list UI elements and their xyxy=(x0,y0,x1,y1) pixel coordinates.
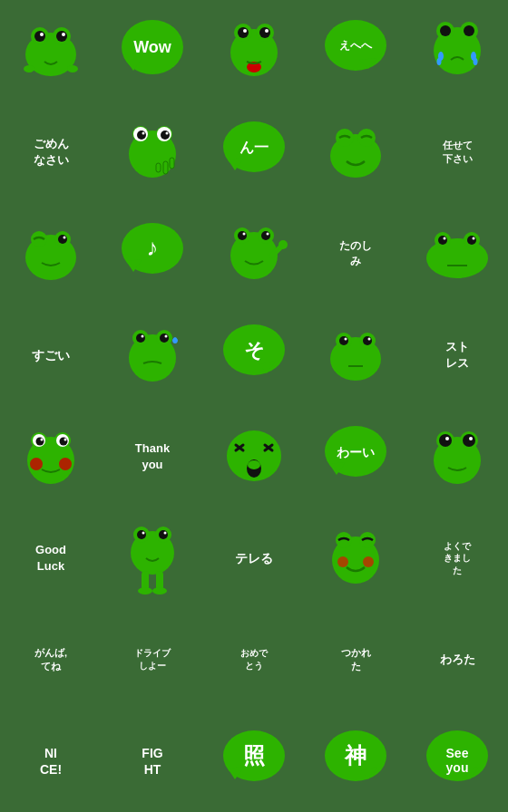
svg-point-67 xyxy=(426,238,488,278)
sticker-fight: FIGHT xyxy=(102,710,203,812)
svg-point-4 xyxy=(56,31,67,42)
svg-point-38 xyxy=(161,130,170,140)
sticker-warota: わろた xyxy=(406,609,508,710)
svg-point-116 xyxy=(469,437,473,440)
svg-point-64 xyxy=(267,233,269,236)
sticker-wow: Wow xyxy=(102,0,203,102)
svg-text:See: See xyxy=(446,746,469,760)
sticker-frog-tongue xyxy=(203,0,305,102)
sticker-yoku: よくできました xyxy=(406,508,508,609)
svg-point-102 xyxy=(30,458,43,470)
svg-point-99 xyxy=(60,438,68,446)
svg-point-91 xyxy=(368,338,371,341)
svg-point-123 xyxy=(164,532,167,535)
sticker-good-luck: GoodLuck xyxy=(0,508,102,609)
svg-point-121 xyxy=(159,530,168,539)
svg-point-132 xyxy=(363,556,374,567)
svg-point-31 xyxy=(474,58,478,65)
sticker-so: そ xyxy=(203,304,305,406)
svg-point-5 xyxy=(40,33,44,36)
svg-point-115 xyxy=(445,437,449,440)
svg-point-78 xyxy=(136,334,145,343)
sticker-gomen: ごめんなさい xyxy=(0,102,102,203)
svg-point-53 xyxy=(58,235,67,244)
svg-point-88 xyxy=(339,336,348,345)
sticker-frog-neutral xyxy=(305,304,406,406)
svg-point-61 xyxy=(238,231,247,240)
svg-point-101 xyxy=(64,439,67,441)
svg-point-72 xyxy=(444,237,446,239)
sticker-frog-red xyxy=(0,406,102,508)
svg-point-129 xyxy=(336,532,352,548)
svg-rect-42 xyxy=(170,158,174,169)
sticker-see-you: See you xyxy=(406,710,508,812)
sticker-tanoshimi: たのしみ xyxy=(305,203,406,304)
sticker-tsukareta: つかれた xyxy=(305,609,406,710)
svg-rect-41 xyxy=(163,161,168,174)
svg-point-63 xyxy=(243,233,246,236)
svg-point-100 xyxy=(41,439,44,441)
sticker-frog-smile xyxy=(305,102,406,203)
svg-point-113 xyxy=(439,434,452,447)
sticker-hare: 照 xyxy=(203,710,305,812)
sticker-frog-wave xyxy=(203,203,305,304)
sticker-stress: ストレス xyxy=(406,304,508,406)
svg-text:えへへ: えへへ xyxy=(339,39,373,52)
svg-point-90 xyxy=(345,338,347,341)
svg-point-106 xyxy=(248,460,260,469)
svg-point-66 xyxy=(278,240,288,249)
svg-point-103 xyxy=(59,458,72,470)
svg-point-127 xyxy=(152,587,167,594)
svg-point-40 xyxy=(166,132,169,135)
svg-point-48 xyxy=(336,129,354,147)
sticker-frog-1 xyxy=(0,0,102,102)
svg-point-8 xyxy=(67,65,78,72)
sticker-frog-blush xyxy=(102,508,203,609)
sticker-drive: ドライブしよー xyxy=(102,609,203,710)
svg-point-18 xyxy=(265,29,269,33)
sticker-frog-cry xyxy=(406,0,508,102)
svg-point-16 xyxy=(259,27,270,38)
svg-text:照: 照 xyxy=(243,743,265,768)
svg-point-71 xyxy=(467,236,476,245)
sticker-frog-smile2 xyxy=(305,508,406,609)
svg-point-49 xyxy=(357,129,376,147)
svg-point-79 xyxy=(160,334,169,343)
svg-point-37 xyxy=(137,130,146,140)
sticker-n: ん一 xyxy=(203,102,305,203)
svg-point-89 xyxy=(363,336,372,345)
svg-point-30 xyxy=(437,58,442,65)
sticker-note: ♪ xyxy=(102,203,203,304)
svg-point-98 xyxy=(36,438,44,446)
sticker-ganba: がんば,てね xyxy=(0,609,102,710)
svg-point-130 xyxy=(359,532,376,548)
sticker-ehe: えへへ xyxy=(305,0,406,102)
sticker-frog-sweat xyxy=(102,304,203,406)
sticker-omedeto: おめでとう xyxy=(203,609,305,710)
svg-point-39 xyxy=(142,132,145,135)
svg-text:わーい: わーい xyxy=(337,445,375,459)
svg-point-131 xyxy=(337,556,348,567)
sticker-nice: NICE! xyxy=(0,710,102,812)
sticker-tereru: テレる xyxy=(203,508,305,609)
sticker-kami: 神 xyxy=(305,710,406,812)
svg-point-7 xyxy=(24,65,34,72)
sticker-frog-blink xyxy=(0,203,102,304)
svg-text:ん一: ん一 xyxy=(239,140,269,155)
svg-rect-43 xyxy=(156,163,161,172)
svg-point-51 xyxy=(31,231,47,247)
svg-point-80 xyxy=(142,335,144,338)
svg-point-15 xyxy=(238,27,249,38)
svg-point-70 xyxy=(438,236,447,245)
svg-point-6 xyxy=(62,33,65,36)
svg-point-73 xyxy=(473,237,475,239)
svg-text:♪: ♪ xyxy=(147,234,159,261)
svg-point-62 xyxy=(261,231,270,240)
sticker-frog-open xyxy=(203,406,305,508)
sticker-thank-you: Thankyou xyxy=(102,406,203,508)
sticker-frog-peace xyxy=(102,102,203,203)
svg-point-122 xyxy=(142,532,145,535)
svg-text:you: you xyxy=(446,760,469,775)
svg-point-114 xyxy=(463,434,475,447)
svg-point-120 xyxy=(137,530,146,539)
